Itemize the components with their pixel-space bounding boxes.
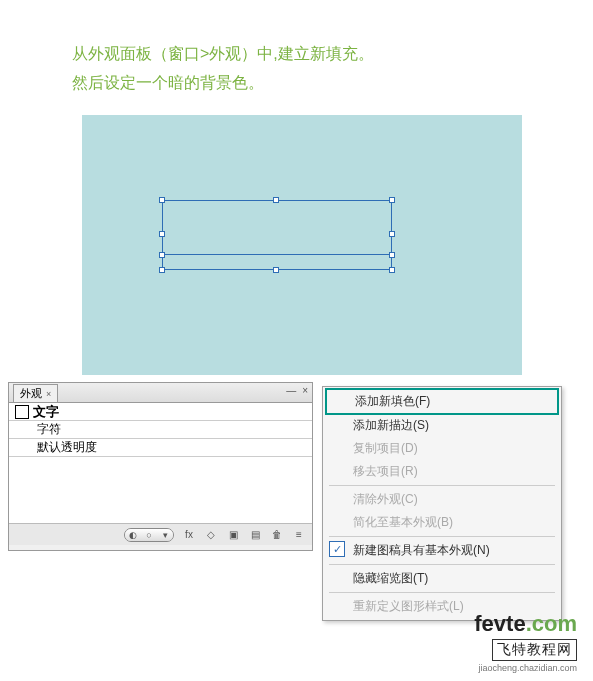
menu-reduce-basic: 简化至基本外观(B) [325, 511, 559, 534]
watermark-brand: fevte.com [474, 611, 577, 637]
watermark-sub: jiaocheng.chazidian.com [474, 663, 577, 673]
baseline-handle-r[interactable] [389, 252, 395, 258]
fx-button[interactable]: fx [182, 528, 196, 542]
instruction-line-1: 从外观面板（窗口>外观）中,建立新填充。 [72, 40, 593, 69]
menu-separator [329, 564, 555, 565]
menu-remove-item: 移去项目(R) [325, 460, 559, 483]
resize-handle-bl[interactable] [159, 267, 165, 273]
canvas-area[interactable] [82, 115, 522, 375]
panel-row-characters[interactable]: 字符 [9, 421, 312, 439]
menu-clear-appearance: 清除外观(C) [325, 488, 559, 511]
resize-handle-tr[interactable] [389, 197, 395, 203]
opacity-pill[interactable]: ◐ ○ ▾ [124, 528, 174, 542]
resize-handle-mr[interactable] [389, 231, 395, 237]
pill-mid-icon[interactable]: ○ [141, 529, 157, 541]
menu-hide-thumbnail[interactable]: 隐藏缩览图(T) [325, 567, 559, 590]
appearance-panel[interactable]: 外观 × — × 文字 字符 默认透明度 ◐ ○ ▾ fx ◇ ▣ ▤ 🗑 ≡ [8, 382, 313, 546]
resize-handle-tm[interactable] [273, 197, 279, 203]
resize-handle-bm[interactable] [273, 267, 279, 273]
panel-row-type[interactable]: 文字 [9, 403, 312, 421]
resize-handle-ml[interactable] [159, 231, 165, 237]
panel-close-icon[interactable]: × [302, 385, 308, 396]
resize-handle-br[interactable] [389, 267, 395, 273]
resize-handle-tl[interactable] [159, 197, 165, 203]
row-char-label: 字符 [37, 421, 61, 438]
instruction-text: 从外观面板（窗口>外观）中,建立新填充。 然后设定一个暗的背景色。 [0, 0, 593, 98]
panel-body: 文字 字符 默认透明度 [9, 403, 312, 523]
pill-right-icon[interactable]: ▾ [157, 529, 173, 541]
menu-add-fill[interactable]: 添加新填色(F) [325, 388, 559, 415]
panel-tab-label: 外观 [20, 386, 42, 401]
row-opacity-label: 默认透明度 [37, 439, 97, 456]
panel-menu-icon[interactable]: ≡ [292, 528, 306, 542]
watermark-cn: 飞特教程网 [492, 639, 577, 661]
panel-outline [8, 545, 313, 551]
duplicate-item-icon[interactable]: ▤ [248, 528, 262, 542]
panel-row-opacity[interactable]: 默认透明度 [9, 439, 312, 457]
clear-appearance-icon[interactable]: ◇ [204, 528, 218, 542]
menu-separator [329, 592, 555, 593]
panel-footer: ◐ ○ ▾ fx ◇ ▣ ▤ 🗑 ≡ [9, 523, 312, 545]
panel-context-menu: 添加新填色(F) 添加新描边(S) 复制项目(D) 移去项目(R) 清除外观(C… [322, 386, 562, 621]
selected-text-frame[interactable] [162, 200, 392, 270]
menu-separator [329, 536, 555, 537]
menu-new-art-basic[interactable]: ✓ 新建图稿具有基本外观(N) [325, 539, 559, 562]
watermark: fevte.com 飞特教程网 jiaocheng.chazidian.com [474, 611, 577, 673]
panel-tab-appearance[interactable]: 外观 × [13, 384, 58, 402]
pill-left-icon[interactable]: ◐ [125, 529, 141, 541]
panel-minimize-icon[interactable]: — [286, 385, 296, 396]
panel-tab-bar: 外观 × — × [9, 383, 312, 403]
row-text-label: 文字 [33, 403, 59, 421]
tab-close-icon[interactable]: × [46, 389, 51, 399]
swatch-none-icon[interactable] [15, 405, 29, 419]
new-fill-icon[interactable]: ▣ [226, 528, 240, 542]
check-icon: ✓ [329, 541, 345, 557]
text-baseline [163, 254, 391, 255]
menu-duplicate-item: 复制项目(D) [325, 437, 559, 460]
menu-add-stroke[interactable]: 添加新描边(S) [325, 414, 559, 437]
menu-separator [329, 485, 555, 486]
instruction-line-2: 然后设定一个暗的背景色。 [72, 69, 593, 98]
trash-icon[interactable]: 🗑 [270, 528, 284, 542]
baseline-handle-l[interactable] [159, 252, 165, 258]
